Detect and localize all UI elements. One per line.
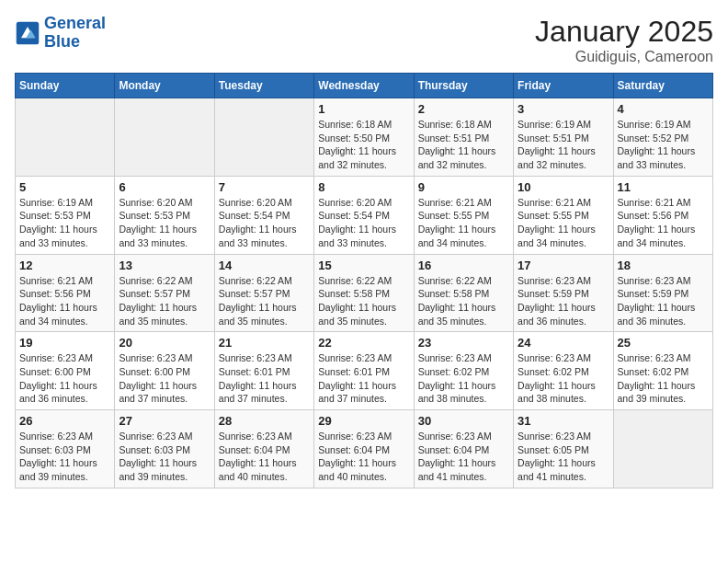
day-number: 30 <box>418 414 509 428</box>
day-number: 31 <box>518 414 609 428</box>
day-number: 12 <box>19 259 110 272</box>
calendar-cell: 21Sunrise: 6:23 AM Sunset: 6:01 PM Dayli… <box>214 332 313 410</box>
day-number: 2 <box>418 102 509 116</box>
day-number: 15 <box>318 259 409 272</box>
day-number: 5 <box>19 180 110 194</box>
day-number: 14 <box>219 259 310 272</box>
logo-icon <box>15 20 40 46</box>
day-number: 1 <box>318 102 409 116</box>
day-number: 27 <box>119 414 210 428</box>
calendar-cell <box>613 410 712 488</box>
calendar-cell: 19Sunrise: 6:23 AM Sunset: 6:00 PM Dayli… <box>16 332 115 410</box>
day-info: Sunrise: 6:23 AM Sunset: 6:02 PM Dayligh… <box>618 351 709 406</box>
day-info: Sunrise: 6:23 AM Sunset: 6:03 PM Dayligh… <box>119 430 210 484</box>
calendar-cell: 3Sunrise: 6:19 AM Sunset: 5:51 PM Daylig… <box>514 98 613 177</box>
day-number: 17 <box>518 259 609 272</box>
calendar-table: SundayMondayTuesdayWednesdayThursdayFrid… <box>15 73 713 488</box>
calendar-cell: 28Sunrise: 6:23 AM Sunset: 6:04 PM Dayli… <box>214 410 313 488</box>
day-info: Sunrise: 6:21 AM Sunset: 5:56 PM Dayligh… <box>19 274 110 328</box>
week-row-3: 12Sunrise: 6:21 AM Sunset: 5:56 PM Dayli… <box>16 254 713 332</box>
day-number: 16 <box>418 259 509 272</box>
calendar-cell: 14Sunrise: 6:22 AM Sunset: 5:57 PM Dayli… <box>214 254 313 332</box>
calendar-cell: 9Sunrise: 6:21 AM Sunset: 5:55 PM Daylig… <box>414 176 513 254</box>
calendar-cell: 7Sunrise: 6:20 AM Sunset: 5:54 PM Daylig… <box>214 176 313 254</box>
calendar-header: SundayMondayTuesdayWednesdayThursdayFrid… <box>16 74 713 98</box>
day-info: Sunrise: 6:23 AM Sunset: 6:00 PM Dayligh… <box>19 351 110 406</box>
day-info: Sunrise: 6:20 AM Sunset: 5:53 PM Dayligh… <box>119 196 210 250</box>
calendar-cell: 25Sunrise: 6:23 AM Sunset: 6:02 PM Dayli… <box>613 332 712 410</box>
day-info: Sunrise: 6:19 AM Sunset: 5:52 PM Dayligh… <box>618 118 709 172</box>
day-info: Sunrise: 6:23 AM Sunset: 6:04 PM Dayligh… <box>318 430 409 484</box>
week-row-5: 26Sunrise: 6:23 AM Sunset: 6:03 PM Dayli… <box>16 410 713 488</box>
logo-line1: General <box>44 14 106 32</box>
day-number: 21 <box>219 336 310 350</box>
day-info: Sunrise: 6:23 AM Sunset: 6:01 PM Dayligh… <box>318 351 409 406</box>
day-info: Sunrise: 6:23 AM Sunset: 6:04 PM Dayligh… <box>418 430 509 484</box>
calendar-cell: 17Sunrise: 6:23 AM Sunset: 5:59 PM Dayli… <box>514 254 613 332</box>
day-number: 19 <box>19 336 110 350</box>
day-info: Sunrise: 6:21 AM Sunset: 5:55 PM Dayligh… <box>418 196 509 250</box>
calendar-cell: 2Sunrise: 6:18 AM Sunset: 5:51 PM Daylig… <box>414 98 513 177</box>
calendar-cell: 10Sunrise: 6:21 AM Sunset: 5:55 PM Dayli… <box>514 176 613 254</box>
calendar-cell: 5Sunrise: 6:19 AM Sunset: 5:53 PM Daylig… <box>16 176 115 254</box>
day-info: Sunrise: 6:23 AM Sunset: 5:59 PM Dayligh… <box>518 274 609 328</box>
day-number: 13 <box>119 259 210 272</box>
day-number: 25 <box>618 336 709 350</box>
calendar-cell: 1Sunrise: 6:18 AM Sunset: 5:50 PM Daylig… <box>314 98 414 177</box>
calendar-cell: 29Sunrise: 6:23 AM Sunset: 6:04 PM Dayli… <box>314 410 414 488</box>
calendar-cell: 12Sunrise: 6:21 AM Sunset: 5:56 PM Dayli… <box>16 254 115 332</box>
day-number: 9 <box>418 180 509 194</box>
day-info: Sunrise: 6:23 AM Sunset: 6:02 PM Dayligh… <box>418 351 509 406</box>
calendar-cell: 23Sunrise: 6:23 AM Sunset: 6:02 PM Dayli… <box>414 332 513 410</box>
day-number: 7 <box>219 180 310 194</box>
day-info: Sunrise: 6:18 AM Sunset: 5:50 PM Dayligh… <box>318 118 409 172</box>
weekday-header-tuesday: Tuesday <box>214 74 313 98</box>
calendar-cell: 6Sunrise: 6:20 AM Sunset: 5:53 PM Daylig… <box>115 176 214 254</box>
day-info: Sunrise: 6:23 AM Sunset: 6:01 PM Dayligh… <box>219 351 310 406</box>
calendar-cell: 20Sunrise: 6:23 AM Sunset: 6:00 PM Dayli… <box>115 332 214 410</box>
weekday-header-wednesday: Wednesday <box>314 74 414 98</box>
calendar-cell: 26Sunrise: 6:23 AM Sunset: 6:03 PM Dayli… <box>16 410 115 488</box>
calendar-cell: 4Sunrise: 6:19 AM Sunset: 5:52 PM Daylig… <box>613 98 712 177</box>
calendar-body: 1Sunrise: 6:18 AM Sunset: 5:50 PM Daylig… <box>16 98 713 488</box>
day-number: 28 <box>219 414 310 428</box>
day-info: Sunrise: 6:20 AM Sunset: 5:54 PM Dayligh… <box>318 196 409 250</box>
weekday-row: SundayMondayTuesdayWednesdayThursdayFrid… <box>16 74 713 98</box>
title-block: January 2025 Guidiguis, Cameroon <box>535 15 713 65</box>
weekday-header-monday: Monday <box>115 74 214 98</box>
calendar-title: January 2025 <box>535 15 713 49</box>
calendar-cell: 15Sunrise: 6:22 AM Sunset: 5:58 PM Dayli… <box>314 254 414 332</box>
logo-line2: Blue <box>44 32 80 51</box>
calendar-cell: 30Sunrise: 6:23 AM Sunset: 6:04 PM Dayli… <box>414 410 513 488</box>
day-number: 4 <box>618 102 709 116</box>
day-number: 22 <box>318 336 409 350</box>
day-info: Sunrise: 6:23 AM Sunset: 6:04 PM Dayligh… <box>219 430 310 484</box>
weekday-header-saturday: Saturday <box>613 74 712 98</box>
calendar-cell <box>214 98 313 177</box>
day-info: Sunrise: 6:22 AM Sunset: 5:58 PM Dayligh… <box>318 274 409 328</box>
weekday-header-friday: Friday <box>514 74 613 98</box>
calendar-cell: 24Sunrise: 6:23 AM Sunset: 6:02 PM Dayli… <box>514 332 613 410</box>
week-row-1: 1Sunrise: 6:18 AM Sunset: 5:50 PM Daylig… <box>16 98 713 177</box>
page-header: General Blue January 2025 Guidiguis, Cam… <box>15 15 713 65</box>
day-number: 18 <box>618 259 709 272</box>
day-info: Sunrise: 6:23 AM Sunset: 6:05 PM Dayligh… <box>518 430 609 484</box>
day-info: Sunrise: 6:21 AM Sunset: 5:56 PM Dayligh… <box>618 196 709 250</box>
day-number: 8 <box>318 180 409 194</box>
calendar-cell: 8Sunrise: 6:20 AM Sunset: 5:54 PM Daylig… <box>314 176 414 254</box>
day-info: Sunrise: 6:19 AM Sunset: 5:53 PM Dayligh… <box>19 196 110 250</box>
calendar-cell: 31Sunrise: 6:23 AM Sunset: 6:05 PM Dayli… <box>514 410 613 488</box>
week-row-2: 5Sunrise: 6:19 AM Sunset: 5:53 PM Daylig… <box>16 176 713 254</box>
calendar-subtitle: Guidiguis, Cameroon <box>535 49 713 65</box>
day-number: 10 <box>518 180 609 194</box>
day-number: 26 <box>19 414 110 428</box>
calendar-cell: 18Sunrise: 6:23 AM Sunset: 5:59 PM Dayli… <box>613 254 712 332</box>
calendar-cell: 27Sunrise: 6:23 AM Sunset: 6:03 PM Dayli… <box>115 410 214 488</box>
calendar-cell: 22Sunrise: 6:23 AM Sunset: 6:01 PM Dayli… <box>314 332 414 410</box>
day-number: 3 <box>518 102 609 116</box>
day-number: 23 <box>418 336 509 350</box>
day-info: Sunrise: 6:23 AM Sunset: 5:59 PM Dayligh… <box>618 274 709 328</box>
day-info: Sunrise: 6:23 AM Sunset: 6:03 PM Dayligh… <box>19 430 110 484</box>
day-info: Sunrise: 6:23 AM Sunset: 6:00 PM Dayligh… <box>119 351 210 406</box>
day-info: Sunrise: 6:22 AM Sunset: 5:57 PM Dayligh… <box>119 274 210 328</box>
